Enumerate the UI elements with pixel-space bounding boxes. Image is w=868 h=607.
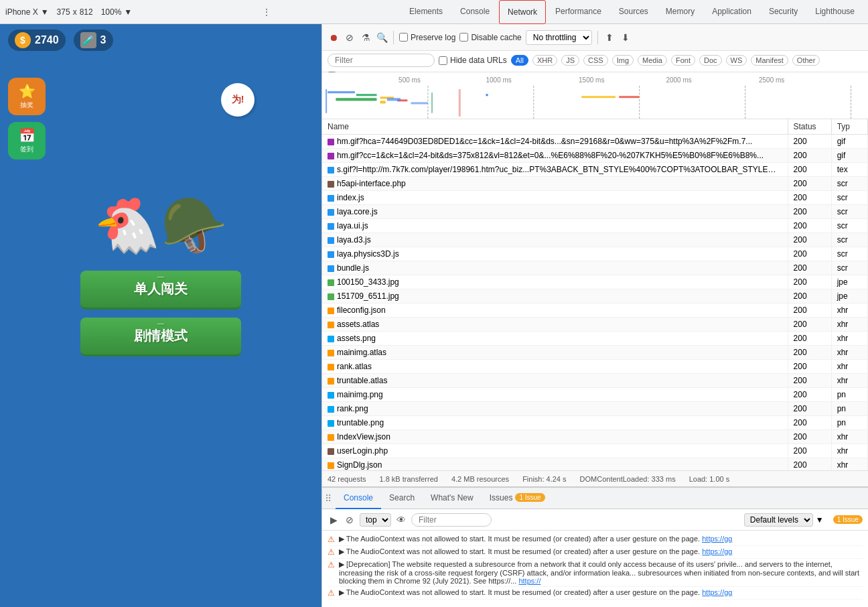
tab-elements[interactable]: Elements [401, 0, 451, 24]
console-filter-input[interactable] [411, 513, 492, 527]
filter-media[interactable]: Media [638, 55, 667, 66]
table-row[interactable]: truntable.png200pn [322, 416, 868, 430]
table-row[interactable]: laya.d3.js200scr [322, 233, 868, 247]
preserve-log-checkbox[interactable] [399, 33, 408, 42]
table-row[interactable]: userLogin.php200xhr [322, 444, 868, 458]
table-row[interactable]: 100150_3433.jpg200jpe [322, 275, 868, 289]
tab-issues[interactable]: Issues1 Issue [482, 488, 553, 509]
table-row[interactable]: laya.core.js200scr [322, 205, 868, 219]
filter-font[interactable]: Font [671, 55, 695, 66]
message-link[interactable]: https://gg [702, 588, 732, 596]
console-issues-badge: 1 Issue [833, 515, 863, 524]
table-row[interactable]: mainimg.png200pn [322, 388, 868, 402]
filter-all[interactable]: All [511, 55, 528, 66]
coin-icon: $ [15, 32, 31, 48]
filter-other[interactable]: Other [792, 55, 820, 66]
export-button[interactable]: ⬇ [620, 31, 632, 44]
tab-memory[interactable]: Memory [658, 0, 703, 24]
tab-network[interactable]: Network [499, 0, 546, 24]
table-row[interactable]: truntable.atlas200xhr [322, 374, 868, 388]
table-row[interactable]: assets.atlas200xhr [322, 318, 868, 332]
network-table-wrapper: Name Status Typ hm.gif?hca=744649D03ED8D… [322, 119, 868, 486]
table-row[interactable]: h5api-interface.php200scr [322, 177, 868, 191]
filter-manifest[interactable]: Manifest [751, 55, 788, 66]
filter-xhr[interactable]: XHR [532, 55, 557, 66]
search-button[interactable]: 🔍 [376, 31, 388, 44]
table-row[interactable]: rank.png200pn [322, 402, 868, 416]
disable-cache-label[interactable]: Disable cache [459, 33, 521, 42]
message-link[interactable]: https://gg [702, 535, 732, 543]
tab-security[interactable]: Security [761, 0, 806, 24]
coin-count: 2740 [35, 34, 59, 46]
filter-img[interactable]: Img [612, 55, 634, 66]
tab-whats-new[interactable]: What's New [423, 488, 482, 509]
cell-type: xhr [831, 458, 867, 471]
cell-status: 200 [788, 304, 831, 318]
table-row[interactable]: laya.physics3D.js200scr [322, 247, 868, 261]
filter-input[interactable] [328, 54, 435, 67]
tab-lighthouse[interactable]: Lighthouse [807, 0, 863, 24]
network-table-container[interactable]: Name Status Typ hm.gif?hca=744649D03ED8D… [322, 119, 868, 470]
tab-performance[interactable]: Performance [547, 0, 609, 24]
top-bar: iPhone X ▼ 375 x 812 100% ▼ ⋮ Elements C… [0, 0, 868, 24]
import-button[interactable]: ⬆ [603, 31, 616, 44]
hide-data-urls-checkbox[interactable] [439, 56, 447, 65]
filter-css[interactable]: CSS [583, 55, 608, 66]
filter-doc[interactable]: Doc [699, 55, 722, 66]
cell-name: laya.d3.js [322, 233, 788, 247]
tab-sources[interactable]: Sources [611, 0, 656, 24]
table-row[interactable]: index.js200scr [322, 191, 868, 205]
checkin-button[interactable]: 📅 签到 [8, 122, 46, 159]
table-row[interactable]: assets.png200xhr [322, 332, 868, 346]
context-select[interactable]: top [360, 513, 391, 527]
device-selector[interactable]: iPhone X ▼ 375 x 812 100% ▼ [5, 7, 132, 17]
cell-type: scr [831, 219, 867, 233]
stop-button[interactable]: ⊘ [344, 31, 356, 44]
table-row[interactable]: 151709_6511.jpg200jpe [322, 289, 868, 304]
table-row[interactable]: IndexView.json200xhr [322, 430, 868, 444]
filter-icon-btn[interactable]: ⚗ [360, 31, 372, 44]
col-status-header[interactable]: Status [788, 119, 831, 135]
disable-cache-checkbox[interactable] [459, 33, 468, 42]
gem-display: 🧪 3 [74, 29, 113, 51]
table-row[interactable]: rank.atlas200xhr [322, 360, 868, 374]
tab-console-bottom[interactable]: Console [336, 488, 381, 509]
devtools-panel: ⏺ ⊘ ⚗ 🔍 Preserve log Disable cache No th… [321, 24, 868, 607]
table-row[interactable]: bundle.js200scr [322, 261, 868, 275]
table-row[interactable]: fileconfig.json200xhr [322, 304, 868, 318]
filter-ws[interactable]: WS [726, 55, 747, 66]
lottery-button[interactable]: ⭐ 抽奖 [8, 78, 46, 115]
cell-name: hm.gif?hca=744649D03ED8DED1&cc=1&ck=1&cl… [322, 135, 788, 149]
preserve-log-label[interactable]: Preserve log [399, 33, 455, 42]
table-row[interactable]: laya.ui.js200scr [322, 219, 868, 233]
message-link[interactable]: https://gg [702, 547, 732, 555]
tab-application[interactable]: Application [704, 0, 760, 24]
more-options-icon[interactable]: ⋮ [263, 7, 271, 17]
record-button[interactable]: ⏺ [328, 31, 340, 44]
console-run-btn[interactable]: ▶ [328, 514, 340, 526]
level-select[interactable]: Default levels [744, 513, 813, 527]
console-eye-btn[interactable]: 👁 [395, 514, 407, 526]
cell-status: 200 [788, 247, 831, 261]
story-mode-button[interactable]: 剧情模式 [80, 318, 241, 356]
tab-search[interactable]: Search [381, 488, 423, 509]
message-link[interactable]: https:// [518, 577, 540, 585]
cell-name: truntable.atlas [322, 374, 788, 388]
col-name-header[interactable]: Name [322, 119, 788, 135]
table-row[interactable]: SignDlg.json200xhr [322, 458, 868, 471]
filter-js[interactable]: JS [561, 55, 579, 66]
solo-mode-button[interactable]: 单人闯关 [80, 271, 241, 310]
tab-console[interactable]: Console [452, 0, 498, 24]
console-ban-btn[interactable]: ⊘ [344, 514, 356, 526]
table-row[interactable]: s.gif?l=http://m.7k7k.com/player/198961.… [322, 163, 868, 177]
col-type-header[interactable]: Typ [831, 119, 867, 135]
table-row[interactable]: hm.gif?cc=1&ck=1&cl=24-bit&ds=375x812&vl… [322, 149, 868, 163]
cross-symbol: x [73, 7, 77, 17]
cell-status: 200 [788, 346, 831, 360]
table-row[interactable]: hm.gif?hca=744649D03ED8DED1&cc=1&ck=1&cl… [322, 135, 868, 149]
throttle-select[interactable]: No throttling [526, 30, 592, 45]
table-row[interactable]: mainimg.atlas200xhr [322, 346, 868, 360]
cell-name: hm.gif?cc=1&ck=1&cl=24-bit&ds=375x812&vl… [322, 149, 788, 163]
hide-data-urls-label[interactable]: Hide data URLs [439, 56, 507, 65]
timeline-ruler: 500 ms 1000 ms 1500 ms 2000 ms 2500 ms [322, 72, 868, 86]
